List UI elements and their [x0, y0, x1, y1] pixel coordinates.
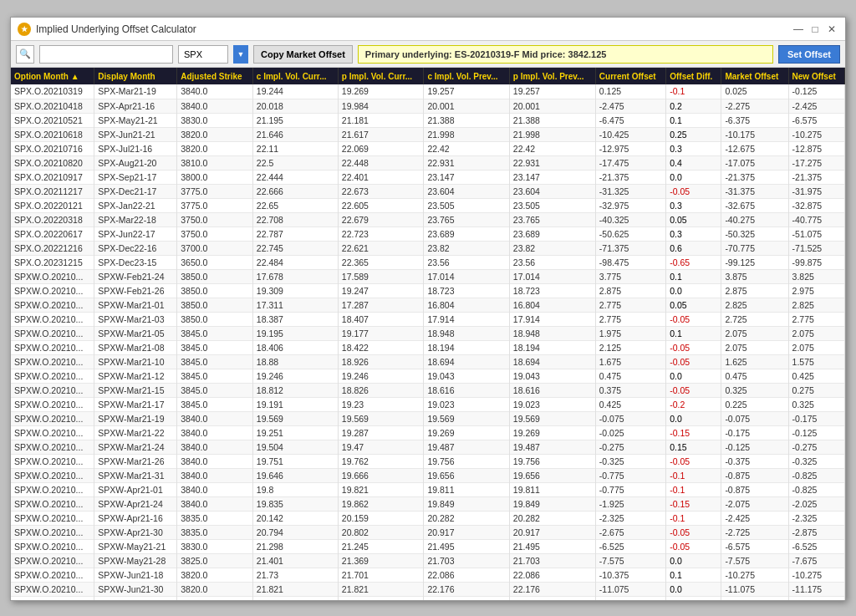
- table-cell: SPXW-Mar21-26: [94, 454, 177, 468]
- table-cell: -2.675: [595, 525, 665, 539]
- table-cell: SPX.O.20210917: [11, 170, 94, 184]
- table-cell: 23.56: [424, 255, 509, 269]
- symbol-input[interactable]: [178, 45, 228, 64]
- table-cell: -12.725: [595, 596, 665, 600]
- table-cell: 20.001: [509, 99, 595, 113]
- table-cell: -12.625: [788, 596, 844, 600]
- table-body: SPX.O.20210319SPX-Mar21-193840.019.24419…: [11, 84, 845, 600]
- table-cell: 3775.0: [177, 198, 253, 212]
- table-cell: 21.495: [509, 539, 595, 553]
- table-cell: 19.811: [509, 482, 595, 496]
- table-cell: 0.25: [666, 596, 721, 600]
- table-cell: 19.646: [252, 468, 338, 482]
- search-input[interactable]: [39, 45, 173, 64]
- table-row: SPXW.O.20210...SPXW-Apr21-013840.019.819…: [11, 482, 845, 496]
- table-cell: 17.287: [338, 298, 424, 312]
- table-cell: 2.825: [788, 298, 844, 312]
- table-cell: 0.25: [666, 127, 721, 141]
- table-row: SPXW.O.20210...SPXW-Mar21-083845.018.406…: [11, 340, 845, 354]
- table-cell: 19.835: [252, 496, 338, 511]
- table-row: SPX.O.20210917SPX-Sep21-173800.022.44422…: [11, 170, 845, 184]
- table-cell: 19.487: [424, 440, 509, 454]
- table-row: SPX.O.20220121SPX-Jan22-213775.022.6522.…: [11, 198, 845, 212]
- table-cell: 23.765: [509, 212, 595, 227]
- table-cell: 21.998: [424, 127, 509, 141]
- close-button[interactable]: ✕: [825, 23, 838, 36]
- table-cell: 0.1: [666, 326, 721, 340]
- table-cell: -2.075: [721, 496, 788, 511]
- table-cell: 3810.0: [177, 155, 253, 170]
- table-cell: 2.075: [788, 326, 844, 340]
- maximize-button[interactable]: □: [808, 23, 822, 36]
- table-cell: 3840.0: [177, 496, 253, 511]
- table-cell: -7.675: [788, 553, 844, 568]
- table-cell: -32.975: [595, 198, 665, 212]
- table-cell: -0.775: [595, 468, 665, 482]
- table-cell: 23.56: [509, 255, 595, 269]
- table-cell: -2.425: [788, 99, 844, 113]
- table-cell: -0.15: [666, 425, 721, 440]
- table-cell: SPX-Jul21-16: [94, 141, 177, 155]
- minimize-button[interactable]: —: [792, 23, 805, 36]
- table-cell: 1.975: [595, 326, 665, 340]
- table-cell: SPXW-Mar21-19: [94, 411, 177, 425]
- col-header-c-impl-prev: c Impl. Vol. Prev...: [424, 68, 509, 84]
- table-cell: SPXW.O.20210...: [11, 397, 94, 411]
- table-cell: SPX.O.20210418: [11, 99, 94, 113]
- table-row: SPXW.O.20210...SPXW-Feb21-263850.019.309…: [11, 283, 845, 298]
- table-cell: SPXW.O.20210...: [11, 482, 94, 496]
- table-row: SPXW.O.20210...SPXW-Apr21-303835.020.794…: [11, 525, 845, 539]
- table-cell: SPXW-Mar21-22: [94, 425, 177, 440]
- table-cell: 3840.0: [177, 425, 253, 440]
- table-cell: -50.325: [721, 227, 788, 241]
- table-cell: 2.125: [595, 340, 665, 354]
- table-cell: -51.075: [788, 227, 844, 241]
- table-cell: -70.775: [721, 241, 788, 255]
- col-header-market-offset: Market Offset: [721, 68, 788, 84]
- table-cell: -10.175: [721, 127, 788, 141]
- table-cell: 18.723: [424, 283, 509, 298]
- table-cell: SPXW.O.20210...: [11, 553, 94, 568]
- table-row: SPXW.O.20210...SPXW-Mar21-123845.019.246…: [11, 369, 845, 383]
- table-cell: 19.849: [424, 496, 509, 511]
- table-cell: 22.745: [252, 241, 338, 255]
- table-cell: 21.821: [252, 582, 338, 596]
- table-cell: 0.025: [721, 84, 788, 99]
- table-cell: -0.05: [666, 454, 721, 468]
- set-offset-button[interactable]: Set Offset: [778, 45, 840, 64]
- table-cell: -12.975: [595, 141, 665, 155]
- table-cell: SPXW.O.20210...: [11, 568, 94, 582]
- table-cell: 19.849: [509, 496, 595, 511]
- table-cell: 2.075: [721, 340, 788, 354]
- table-row: SPXW.O.20210...SPXW-Apr21-163835.020.142…: [11, 511, 845, 525]
- copy-market-offset-button[interactable]: Copy Market Offset: [253, 45, 353, 64]
- table-cell: 3850.0: [177, 312, 253, 326]
- table-cell: -7.575: [595, 553, 665, 568]
- table-cell: -0.05: [666, 539, 721, 553]
- col-header-offset-diff: Offset Diff.: [666, 68, 721, 84]
- table-cell: 20.794: [252, 525, 338, 539]
- table-cell: SPX-Dec22-16: [94, 241, 177, 255]
- table-cell: SPXW.O.20210...: [11, 326, 94, 340]
- table-cell: 23.604: [424, 184, 509, 198]
- table-cell: -6.475: [595, 113, 665, 127]
- table-cell: 21.388: [424, 113, 509, 127]
- table-row: SPXW.O.20210...SPXW-May21-213830.021.298…: [11, 539, 845, 553]
- table-cell: -10.375: [595, 568, 665, 582]
- table-cell: SPXW-Feb21-26: [94, 283, 177, 298]
- table-cell: 19.8: [252, 482, 338, 496]
- title-bar: ★ Implied Underlying Offset Calculator —…: [11, 18, 845, 41]
- table-cell: -0.275: [788, 440, 844, 454]
- table-cell: 3775.0: [177, 184, 253, 198]
- table-cell: 3650.0: [177, 255, 253, 269]
- table-cell: SPXW-Mar21-24: [94, 440, 177, 454]
- table-cell: 0.375: [595, 383, 665, 397]
- table-cell: 21.181: [338, 113, 424, 127]
- col-header-p-impl-curr: p Impl. Vol. Curr...: [338, 68, 424, 84]
- table-cell: -71.375: [595, 241, 665, 255]
- symbol-dropdown[interactable]: ▼: [233, 45, 248, 64]
- table-cell: 21.195: [252, 113, 338, 127]
- table-cell: 23.147: [509, 170, 595, 184]
- table-cell: 3750.0: [177, 212, 253, 227]
- col-header-option-month: Option Month ▲: [11, 68, 94, 84]
